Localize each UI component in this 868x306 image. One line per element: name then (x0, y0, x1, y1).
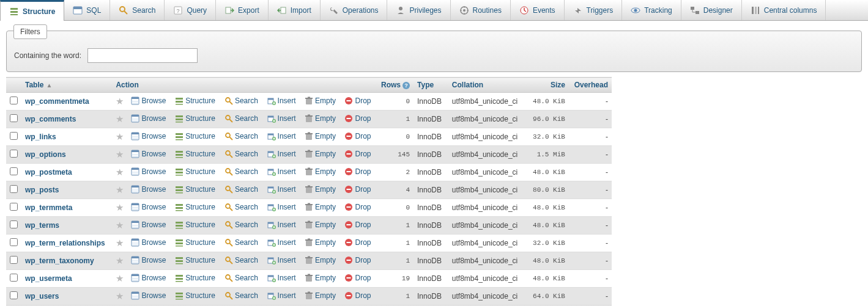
tab-search[interactable]: Search (110, 0, 165, 20)
action-search[interactable]: Search (224, 185, 258, 194)
help-icon[interactable]: ? (402, 82, 410, 89)
action-search[interactable]: Search (224, 238, 258, 247)
action-insert[interactable]: Insert (267, 97, 296, 105)
action-search[interactable]: Search (224, 203, 258, 211)
row-checkbox[interactable] (10, 220, 18, 228)
action-search[interactable]: Search (224, 150, 258, 158)
action-browse[interactable]: Browse (131, 291, 166, 300)
action-empty[interactable]: Empty (305, 256, 336, 264)
tab-import[interactable]: Import (269, 0, 321, 20)
action-drop[interactable]: Drop (344, 132, 371, 140)
col-rows[interactable]: Rows? (376, 78, 414, 93)
action-insert[interactable]: Insert (267, 274, 296, 282)
favorite-star-icon[interactable]: ★ (112, 146, 127, 164)
action-browse[interactable]: Browse (131, 256, 166, 264)
tab-privileges[interactable]: Privileges (387, 0, 450, 20)
action-drop[interactable]: Drop (344, 238, 371, 247)
action-search[interactable]: Search (224, 167, 258, 176)
action-browse[interactable]: Browse (131, 114, 166, 123)
row-checkbox[interactable] (10, 185, 18, 193)
action-empty[interactable]: Empty (305, 167, 336, 176)
favorite-star-icon[interactable]: ★ (112, 252, 127, 270)
action-empty[interactable]: Empty (305, 291, 336, 300)
row-checkbox[interactable] (10, 274, 18, 282)
table-name-link[interactable]: wp_commentmeta (25, 97, 89, 106)
action-structure[interactable]: Structure (175, 150, 215, 158)
action-drop[interactable]: Drop (344, 114, 371, 123)
action-search[interactable]: Search (224, 114, 258, 123)
action-drop[interactable]: Drop (344, 150, 371, 158)
tab-routines[interactable]: Routines (451, 0, 511, 20)
action-drop[interactable]: Drop (344, 97, 371, 105)
action-insert[interactable]: Insert (267, 114, 296, 123)
tab-events[interactable]: Events (511, 0, 565, 20)
tab-tracking[interactable]: Tracking (622, 0, 681, 20)
action-structure[interactable]: Structure (175, 167, 215, 176)
action-structure[interactable]: Structure (175, 114, 215, 123)
action-drop[interactable]: Drop (344, 291, 371, 300)
tab-sql[interactable]: SQL (64, 0, 110, 20)
table-name-link[interactable]: wp_usermeta (25, 274, 72, 283)
action-search[interactable]: Search (224, 274, 258, 282)
favorite-star-icon[interactable]: ★ (112, 164, 127, 181)
action-empty[interactable]: Empty (305, 132, 336, 140)
action-browse[interactable]: Browse (131, 132, 166, 140)
action-structure[interactable]: Structure (175, 256, 215, 264)
tab-designer[interactable]: Designer (681, 0, 742, 20)
table-name-link[interactable]: wp_postmeta (25, 168, 72, 177)
action-empty[interactable]: Empty (305, 114, 336, 123)
action-browse[interactable]: Browse (131, 97, 166, 105)
table-name-link[interactable]: wp_links (25, 133, 56, 141)
action-empty[interactable]: Empty (305, 220, 336, 229)
action-structure[interactable]: Structure (175, 185, 215, 194)
row-checkbox[interactable] (10, 97, 18, 104)
table-name-link[interactable]: wp_posts (25, 186, 59, 194)
action-browse[interactable]: Browse (131, 238, 166, 247)
tab-structure[interactable]: Structure (0, 0, 64, 21)
row-checkbox[interactable] (10, 256, 18, 264)
table-name-link[interactable]: wp_users (25, 292, 59, 301)
action-empty[interactable]: Empty (305, 185, 336, 194)
action-structure[interactable]: Structure (175, 291, 215, 300)
favorite-star-icon[interactable]: ★ (112, 111, 127, 128)
action-structure[interactable]: Structure (175, 220, 215, 229)
col-collation[interactable]: Collation (448, 78, 528, 93)
row-checkbox[interactable] (10, 150, 18, 158)
col-type[interactable]: Type (414, 78, 448, 93)
action-empty[interactable]: Empty (305, 274, 336, 282)
action-drop[interactable]: Drop (344, 167, 371, 176)
action-drop[interactable]: Drop (344, 220, 371, 229)
table-name-link[interactable]: wp_termmeta (25, 203, 72, 212)
action-structure[interactable]: Structure (175, 203, 215, 211)
action-structure[interactable]: Structure (175, 97, 215, 105)
action-empty[interactable]: Empty (305, 203, 336, 211)
tab-query[interactable]: ? Query (165, 0, 216, 20)
favorite-star-icon[interactable]: ★ (112, 93, 127, 111)
action-structure[interactable]: Structure (175, 238, 215, 247)
containing-input[interactable] (87, 48, 198, 63)
table-name-link[interactable]: wp_comments (25, 115, 76, 123)
table-name-link[interactable]: wp_options (25, 150, 66, 159)
table-name-link[interactable]: wp_term_relationships (25, 239, 105, 247)
favorite-star-icon[interactable]: ★ (112, 128, 127, 146)
action-drop[interactable]: Drop (344, 274, 371, 282)
action-empty[interactable]: Empty (305, 238, 336, 247)
tab-operations[interactable]: Operations (321, 0, 388, 20)
favorite-star-icon[interactable]: ★ (112, 199, 127, 217)
action-insert[interactable]: Insert (267, 220, 296, 229)
row-checkbox[interactable] (10, 132, 18, 140)
row-checkbox[interactable] (10, 114, 18, 122)
favorite-star-icon[interactable]: ★ (112, 288, 127, 305)
action-search[interactable]: Search (224, 291, 258, 300)
action-search[interactable]: Search (224, 97, 258, 105)
action-insert[interactable]: Insert (267, 185, 296, 194)
action-structure[interactable]: Structure (175, 274, 215, 282)
action-browse[interactable]: Browse (131, 150, 166, 158)
tab-central-columns[interactable]: Central columns (742, 0, 826, 20)
col-table[interactable]: Table▲ (21, 78, 112, 93)
col-overhead[interactable]: Overhead (569, 78, 612, 93)
row-checkbox[interactable] (10, 167, 18, 175)
action-search[interactable]: Search (224, 132, 258, 140)
row-checkbox[interactable] (10, 238, 18, 246)
action-empty[interactable]: Empty (305, 97, 336, 105)
